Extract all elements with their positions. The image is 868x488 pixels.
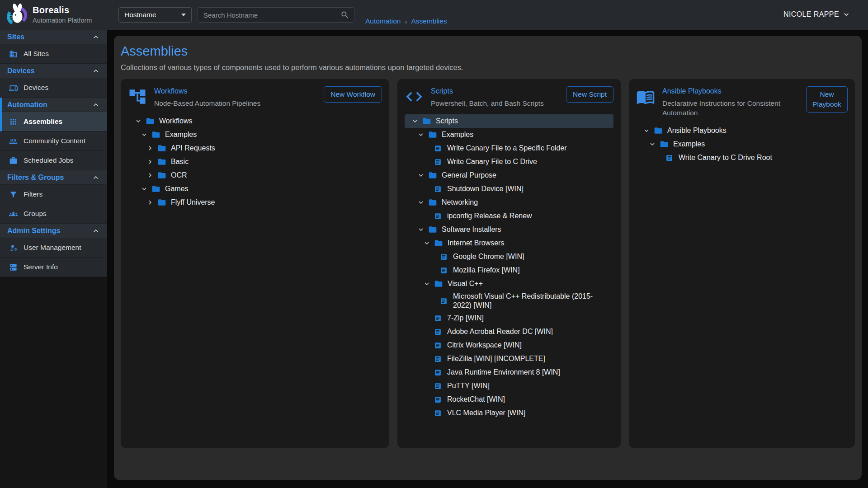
tree-node-label: Visual C++ [448, 278, 483, 290]
tree-node-flyff-universe[interactable]: Flyff Universe [128, 196, 382, 209]
building-icon [9, 50, 18, 58]
chevron-down-icon[interactable] [134, 117, 142, 125]
tree-node-label: Write Canary to C Drive Root [679, 152, 772, 164]
tree-node-label: Java Runtime Environment 8 [WIN] [447, 366, 560, 378]
sidebar-section-header-filters-groups[interactable]: Filters & Groups [0, 170, 107, 185]
tree-node-adobe-acrobat-reader-dc-win[interactable]: Adobe Acrobat Reader DC [WIN] [405, 325, 613, 338]
new-workflow-button[interactable]: New Workflow [324, 86, 382, 103]
sidebar-section-header-admin-settings[interactable]: Admin Settings [0, 224, 107, 238]
tree-node-examples[interactable]: Examples [636, 137, 848, 151]
card-title: Workflows [154, 87, 260, 95]
chevron-up-icon [91, 173, 100, 182]
sidebar-item-assemblies[interactable]: Assemblies [0, 112, 107, 131]
tree-node-label: Citrix Workspace [WIN] [447, 339, 522, 351]
tree-node-workflows[interactable]: Workflows [128, 114, 382, 128]
chevron-down-icon[interactable] [417, 225, 425, 234]
people-icon [9, 137, 18, 145]
tree-node-games[interactable]: Games [128, 182, 382, 196]
tree-node-examples[interactable]: Examples [405, 128, 613, 141]
tree-node-scripts[interactable]: Scripts [405, 114, 613, 128]
tree-node-write-canary-file-to-c-drive[interactable]: Write Canary File to C Drive [405, 155, 613, 169]
sidebar-item-scheduled-jobs[interactable]: Scheduled Jobs [0, 151, 107, 170]
user-menu[interactable]: NICOLE RAPPE [783, 10, 851, 19]
sidebar-item-server-info[interactable]: Server Info [0, 258, 107, 277]
tree-node-google-chrome-win[interactable]: Google Chrome [WIN] [405, 250, 613, 263]
file-icon [440, 267, 448, 274]
tree-node-vlc-media-player-win[interactable]: VLC Media Player [WIN] [405, 406, 613, 420]
chevron-right-icon[interactable] [146, 198, 154, 206]
breadcrumb-assemblies[interactable]: Assemblies [411, 17, 447, 25]
new-script-button[interactable]: New Script [566, 86, 613, 103]
filter-icon [9, 190, 18, 199]
sidebar-section-header-automation[interactable]: Automation [0, 98, 107, 112]
tree-node-microsoft-visual-c-redistributable-2015-2022-win[interactable]: Microsoft Visual C++ Redistributable (20… [405, 291, 613, 311]
user-settings-icon [9, 244, 18, 252]
tree-node-java-runtime-environment-8-win[interactable]: Java Runtime Environment 8 [WIN] [405, 366, 613, 379]
sidebar-item-user-management[interactable]: User Management [0, 238, 107, 258]
chevron-down-icon[interactable] [140, 131, 148, 139]
tree-node-api-requests[interactable]: API Requests [128, 141, 382, 155]
tree-node-label: Examples [165, 129, 197, 141]
chevron-down-icon[interactable] [411, 117, 419, 125]
chevron-right-icon[interactable] [146, 158, 154, 166]
sidebar-section-header-devices[interactable]: Devices [0, 64, 107, 78]
tree-node-examples[interactable]: Examples [128, 128, 382, 141]
chevron-down-icon[interactable] [423, 239, 431, 247]
chevron-down-icon[interactable] [140, 185, 148, 193]
new-playbook-button[interactable]: New Playbook [806, 86, 848, 113]
sidebar-item-filters[interactable]: Filters [0, 185, 107, 204]
search-box [198, 7, 354, 23]
tree-node-visual-c[interactable]: Visual C++ [405, 277, 613, 291]
sidebar-item-all-sites[interactable]: All Sites [0, 44, 107, 64]
tree-node-ansible-playbooks[interactable]: Ansible Playbooks [636, 124, 848, 137]
folder-icon [422, 117, 431, 126]
sidebar-section-sites: SitesAll Sites [0, 30, 107, 64]
chevron-down-icon[interactable] [417, 171, 425, 179]
tree-node-7-zip-win[interactable]: 7-Zip [WIN] [405, 311, 613, 325]
sidebar-item-community-content[interactable]: Community Content [0, 131, 107, 151]
tree-node-networking[interactable]: Networking [405, 196, 613, 209]
brand-name: Borealis [33, 5, 92, 15]
hostname-select[interactable]: Hostname [118, 7, 192, 23]
sidebar-item-groups[interactable]: Groups [0, 204, 107, 224]
tree-node-citrix-workspace-win[interactable]: Citrix Workspace [WIN] [405, 338, 613, 352]
tree-node-ipconfig-release-renew[interactable]: ipconfig Release & Renew [405, 209, 613, 223]
tree-node-mozilla-firefox-win[interactable]: Mozilla Firefox [WIN] [405, 263, 613, 277]
code-icon [405, 87, 424, 106]
file-icon [434, 355, 442, 363]
tree-node-label: VLC Media Player [WIN] [447, 407, 525, 419]
tree-node-write-canary-to-c-drive-root[interactable]: Write Canary to C Drive Root [636, 151, 848, 164]
file-icon [434, 314, 442, 322]
tree-node-rocketchat-win[interactable]: RocketChat [WIN] [405, 393, 613, 406]
ansible-playbooks-tree: Ansible PlaybooksExamplesWrite Canary to… [636, 124, 848, 164]
sidebar-item-devices[interactable]: Devices [0, 78, 107, 98]
folder-icon [157, 171, 166, 180]
chevron-down-icon[interactable] [648, 140, 656, 148]
file-icon [434, 409, 442, 417]
tree-node-internet-browsers[interactable]: Internet Browsers [405, 236, 613, 250]
tree-node-basic[interactable]: Basic [128, 155, 382, 169]
tree-node-putty-win[interactable]: PuTTY [WIN] [405, 379, 613, 393]
breadcrumb-automation[interactable]: Automation [365, 17, 401, 25]
tree-node-general-purpose[interactable]: General Purpose [405, 169, 613, 182]
chevron-down-icon[interactable] [423, 280, 431, 288]
chevron-down-icon[interactable] [417, 131, 425, 139]
card-ansible-playbooks: Ansible PlaybooksDeclarative Instruction… [629, 79, 855, 448]
chevron-down-icon[interactable] [642, 127, 651, 135]
tree-node-filezilla-win-incomplete[interactable]: FileZilla [WIN] [INCOMPLETE] [405, 352, 613, 366]
tree-node-label: Mozilla Firefox [WIN] [453, 264, 520, 276]
chevron-down-icon[interactable] [417, 198, 425, 206]
sidebar-section-label: Filters & Groups [7, 174, 64, 182]
tree-node-ocr[interactable]: OCR [128, 169, 382, 182]
search-input[interactable] [203, 11, 340, 19]
sidebar-section-header-sites[interactable]: Sites [0, 30, 107, 44]
tree-node-write-canary-file-to-a-specific-folder[interactable]: Write Canary File to a Specific Folder [405, 141, 613, 155]
file-icon [440, 253, 448, 261]
sidebar-item-label: All Sites [24, 50, 49, 58]
tree-node-software-installers[interactable]: Software Installers [405, 223, 613, 236]
chevron-right-icon[interactable] [146, 144, 154, 152]
file-icon [434, 396, 442, 404]
folder-icon [428, 171, 437, 180]
tree-node-shutdown-device-win[interactable]: Shutdown Device [WIN] [405, 182, 613, 196]
chevron-right-icon[interactable] [146, 171, 154, 179]
